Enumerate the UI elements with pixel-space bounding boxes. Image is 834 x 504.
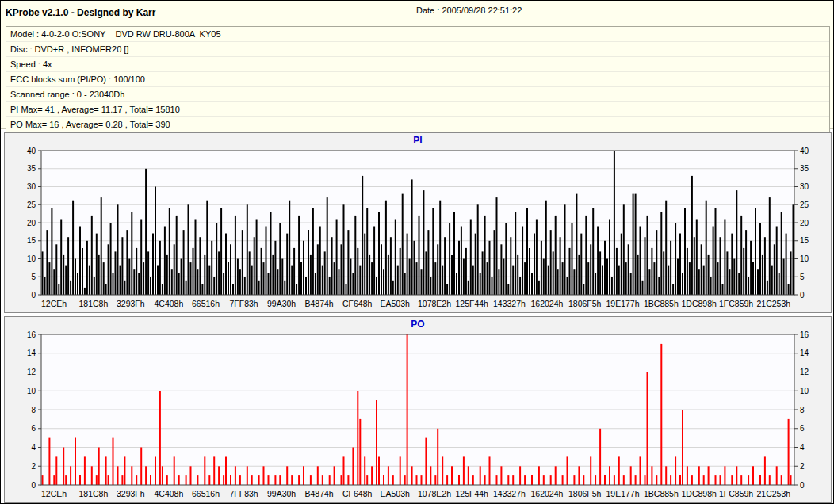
svg-text:1DC898h: 1DC898h bbox=[682, 489, 717, 498]
chart-plot-po: 0022446688101012121414161612CEh181C8h329… bbox=[6, 331, 829, 502]
x-axis-pi: 12CEh181C8h3293Fh4C408h66516h7FF83h99A30… bbox=[41, 299, 790, 308]
svg-text:99A30h: 99A30h bbox=[267, 299, 296, 308]
svg-text:1BC885h: 1BC885h bbox=[644, 489, 679, 498]
svg-text:66516h: 66516h bbox=[192, 489, 220, 498]
svg-text:2: 2 bbox=[800, 462, 805, 471]
chart-title-po: PO bbox=[6, 319, 829, 331]
svg-text:3293Fh: 3293Fh bbox=[117, 299, 145, 308]
svg-text:5: 5 bbox=[31, 273, 36, 281]
svg-text:1DC898h: 1DC898h bbox=[682, 299, 717, 308]
scan-info-box: Model : 4-0-2-0 O:SONY DVD RW DRU-800A K… bbox=[6, 26, 830, 132]
svg-text:20: 20 bbox=[800, 219, 809, 227]
app-title: KProbe v2.1.0 - Designed by Karr bbox=[6, 7, 155, 18]
svg-text:7FF83h: 7FF83h bbox=[230, 299, 258, 308]
svg-text:162024h: 162024h bbox=[531, 299, 564, 308]
svg-text:8: 8 bbox=[31, 406, 36, 414]
svg-text:35: 35 bbox=[800, 164, 809, 173]
info-line: ECC blocks sum (PI/PO) : 100/100 bbox=[6, 72, 829, 87]
svg-text:CF648h: CF648h bbox=[342, 299, 373, 308]
svg-text:125F44h: 125F44h bbox=[456, 489, 489, 498]
x-axis-po: 12CEh181C8h3293Fh4C408h66516h7FF83h99A30… bbox=[41, 489, 790, 498]
svg-text:16: 16 bbox=[27, 331, 36, 339]
svg-text:4: 4 bbox=[31, 443, 36, 452]
info-line: PI Max= 41 , Average= 11.17 , Total= 158… bbox=[6, 102, 829, 117]
svg-text:EA503h: EA503h bbox=[381, 489, 411, 498]
chart-panel-po: PO0022446688101012121414161612CEh181C8h3… bbox=[4, 316, 832, 503]
svg-text:40: 40 bbox=[800, 147, 809, 155]
info-line: Scanned range : 0 - 23040Dh bbox=[6, 87, 829, 102]
kprobe-window: KProbe v2.1.0 - Designed by Karr Date : … bbox=[0, 0, 834, 504]
svg-text:143327h: 143327h bbox=[493, 489, 526, 498]
svg-text:10: 10 bbox=[800, 387, 809, 395]
svg-text:30: 30 bbox=[800, 182, 809, 191]
svg-text:14: 14 bbox=[27, 349, 36, 357]
chart-title-pi: PI bbox=[6, 135, 829, 147]
svg-text:B4874h: B4874h bbox=[305, 299, 334, 308]
svg-text:21C253h: 21C253h bbox=[757, 299, 791, 308]
svg-text:1BC885h: 1BC885h bbox=[644, 299, 679, 308]
svg-text:4: 4 bbox=[800, 443, 805, 452]
svg-text:25: 25 bbox=[27, 200, 36, 209]
svg-text:6: 6 bbox=[31, 424, 36, 433]
svg-text:20: 20 bbox=[27, 219, 36, 227]
scan-date: Date : 2005/09/28 22:51:22 bbox=[416, 6, 522, 15]
info-line: PO Max= 16 , Average= 0.28 , Total= 390 bbox=[6, 117, 829, 132]
svg-text:15: 15 bbox=[27, 236, 36, 245]
svg-text:5: 5 bbox=[800, 273, 805, 281]
svg-text:143327h: 143327h bbox=[493, 299, 526, 308]
svg-text:10: 10 bbox=[27, 254, 36, 263]
svg-text:0: 0 bbox=[800, 481, 805, 490]
svg-text:0: 0 bbox=[31, 291, 36, 300]
svg-text:1806F5h: 1806F5h bbox=[568, 489, 602, 498]
svg-text:4C408h: 4C408h bbox=[155, 489, 184, 498]
svg-text:40: 40 bbox=[27, 147, 36, 155]
svg-text:1078E2h: 1078E2h bbox=[418, 299, 451, 308]
svg-text:1806F5h: 1806F5h bbox=[568, 299, 602, 308]
svg-text:125F44h: 125F44h bbox=[456, 299, 489, 308]
svg-text:12: 12 bbox=[800, 368, 809, 376]
svg-text:7FF83h: 7FF83h bbox=[230, 489, 258, 498]
svg-text:0: 0 bbox=[31, 481, 36, 490]
svg-text:12: 12 bbox=[27, 368, 36, 376]
svg-text:1FC859h: 1FC859h bbox=[719, 299, 753, 308]
svg-text:15: 15 bbox=[800, 236, 809, 245]
svg-text:10: 10 bbox=[800, 254, 809, 263]
svg-text:14: 14 bbox=[800, 349, 809, 357]
svg-text:6: 6 bbox=[800, 424, 805, 433]
svg-text:0: 0 bbox=[800, 291, 805, 300]
svg-text:181C8h: 181C8h bbox=[79, 489, 109, 498]
svg-text:4C408h: 4C408h bbox=[155, 299, 184, 308]
svg-text:12CEh: 12CEh bbox=[41, 299, 67, 308]
svg-text:19E177h: 19E177h bbox=[606, 299, 640, 308]
svg-text:181C8h: 181C8h bbox=[79, 299, 109, 308]
svg-text:35: 35 bbox=[27, 164, 36, 173]
svg-text:B4874h: B4874h bbox=[305, 489, 334, 498]
svg-text:99A30h: 99A30h bbox=[267, 489, 296, 498]
svg-text:3293Fh: 3293Fh bbox=[117, 489, 145, 498]
svg-text:12CEh: 12CEh bbox=[41, 489, 67, 498]
info-line: Speed : 4x bbox=[6, 57, 829, 72]
svg-text:1FC859h: 1FC859h bbox=[719, 489, 753, 498]
svg-text:16: 16 bbox=[800, 331, 809, 339]
svg-text:25: 25 bbox=[800, 200, 809, 209]
svg-text:1078E2h: 1078E2h bbox=[418, 489, 451, 498]
svg-text:8: 8 bbox=[800, 406, 805, 414]
svg-text:19E177h: 19E177h bbox=[606, 489, 640, 498]
svg-text:EA503h: EA503h bbox=[381, 299, 411, 308]
svg-text:30: 30 bbox=[27, 182, 36, 191]
charts-area: PI0055101015152020252530303535404012CEh1… bbox=[1, 129, 833, 504]
info-line: Disc : DVD+R , INFOMER20 [] bbox=[6, 42, 829, 57]
chart-plot-pi: 0055101015152020252530303535404012CEh181… bbox=[6, 147, 829, 312]
chart-panel-pi: PI0055101015152020252530303535404012CEh1… bbox=[4, 132, 832, 313]
info-line: Model : 4-0-2-0 O:SONY DVD RW DRU-800A K… bbox=[6, 27, 829, 42]
svg-text:2: 2 bbox=[31, 462, 36, 471]
svg-text:CF648h: CF648h bbox=[342, 489, 373, 498]
svg-text:66516h: 66516h bbox=[192, 299, 220, 308]
svg-text:10: 10 bbox=[27, 387, 36, 395]
svg-text:21C253h: 21C253h bbox=[757, 489, 791, 498]
svg-text:162024h: 162024h bbox=[531, 489, 564, 498]
header-panel: KProbe v2.1.0 - Designed by Karr Date : … bbox=[1, 1, 833, 129]
